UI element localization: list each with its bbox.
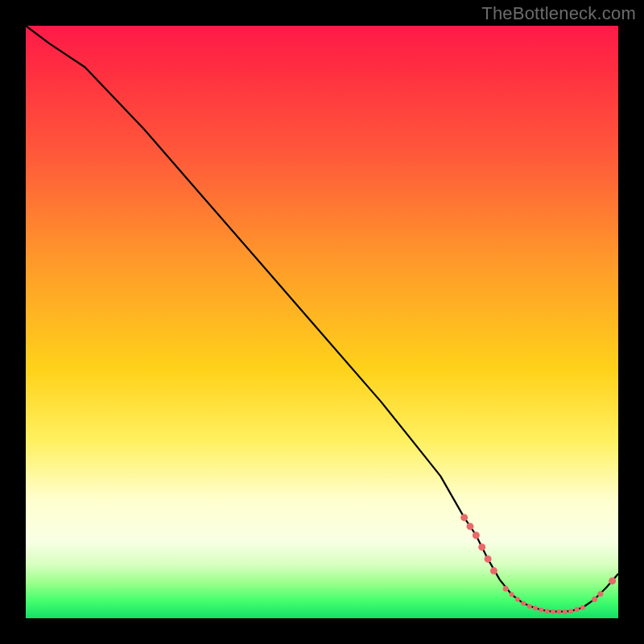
data-marker: [515, 597, 520, 601]
data-marker: [580, 605, 585, 610]
data-marker: [490, 568, 497, 575]
data-marker: [592, 597, 597, 602]
curve-svg: [26, 26, 618, 618]
data-marker: [510, 592, 514, 597]
bottleneck-curve-line: [26, 26, 618, 612]
data-marker: [460, 514, 468, 521]
data-marker: [539, 608, 543, 613]
data-marker: [551, 609, 555, 614]
data-marker: [556, 609, 561, 614]
data-marker: [533, 605, 538, 610]
data-marker: [563, 609, 568, 614]
data-marker: [568, 609, 573, 613]
data-marker: [574, 607, 579, 612]
data-marker: [609, 577, 616, 584]
data-marker: [527, 604, 532, 609]
data-marker: [473, 531, 480, 539]
data-marker: [478, 543, 485, 551]
data-marker: [521, 601, 526, 606]
plot-area: [26, 26, 618, 618]
data-marker: [485, 555, 492, 563]
chart-container: TheBottleneck.com: [0, 0, 644, 644]
data-marker: [467, 522, 474, 530]
attribution-label: TheBottleneck.com: [481, 3, 636, 24]
marker-layer: [460, 514, 616, 614]
data-marker: [503, 586, 509, 592]
data-marker: [545, 609, 550, 613]
data-marker: [597, 591, 603, 597]
